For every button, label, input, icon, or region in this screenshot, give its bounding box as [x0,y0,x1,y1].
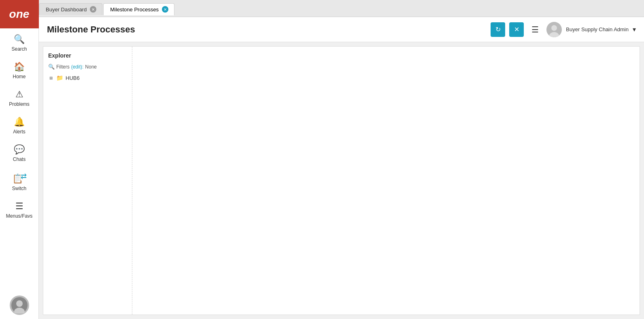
avatar[interactable] [10,295,29,315]
sidebar-nav: 🔍 Search 🏠 Home ⚠ Problems 🔔 Alerts 💬 Ch… [0,28,38,295]
hamburger-menu-button[interactable]: ☰ [528,22,542,37]
close-icon: ✕ [514,26,519,33]
svg-point-1 [16,300,23,307]
folder-icon: 📁 [56,75,63,81]
sidebar-item-switch[interactable]: 📋 ⇄ Switch [0,166,38,195]
header-actions: ↻ ✕ ☰ Buyer Supply Chain Admin ▾ [491,22,636,37]
sidebar-label-alerts: Alerts [13,129,26,135]
sidebar-item-home[interactable]: 🏠 Home [0,56,38,83]
sidebar-label-search: Search [11,46,27,52]
filters-edit-link[interactable]: (edit): [71,64,84,70]
detail-area [132,47,640,315]
content-inner: Explorer 🔍 Filters (edit): None ⊞ 📁 HUB6 [43,46,640,315]
sidebar-label-problems: Problems [9,101,30,107]
sidebar-label-menus: Menus/Favs [6,213,32,219]
svg-point-4 [551,25,557,31]
tree-item-hub6-label: HUB6 [66,75,80,81]
page-title: Milestone Processes [47,24,491,35]
tab-bar: Buyer Dashboard ✕ Milestone Processes ✕ [39,0,644,17]
content-area: Explorer 🔍 Filters (edit): None ⊞ 📁 HUB6 [39,42,644,319]
explorer-tree: ⊞ 📁 HUB6 [43,71,132,84]
explorer-panel: Explorer 🔍 Filters (edit): None ⊞ 📁 HUB6 [43,47,132,315]
hamburger-icon: ☰ [531,25,539,34]
sidebar-label-home: Home [13,74,26,79]
sidebar-bottom [10,295,29,319]
switch-icon-wrap: 📋 ⇄ [12,172,27,184]
app-logo[interactable]: one [0,0,39,28]
tab-buyer-dashboard-close[interactable]: ✕ [90,6,96,13]
filters-label: Filters [56,64,70,70]
refresh-button[interactable]: ↻ [491,22,505,37]
sidebar-item-chats[interactable]: 💬 Chats [0,139,38,166]
refresh-icon: ↻ [495,26,501,33]
search-icon: 🔍 [14,34,25,45]
sidebar: one 🔍 Search 🏠 Home ⚠ Problems 🔔 Alerts … [0,0,39,319]
home-icon: 🏠 [14,62,25,72]
filters-value: None [85,64,97,70]
switch-front-icon: ⇄ [21,172,27,181]
warning-icon: ⚠ [15,89,23,100]
tab-milestone-processes-label: Milestone Processes [110,6,159,13]
explorer-filters: 🔍 Filters (edit): None [43,62,132,71]
page-header: Milestone Processes ↻ ✕ ☰ Buyer Sup [39,17,644,42]
sidebar-item-problems[interactable]: ⚠ Problems [0,83,38,111]
user-area[interactable]: Buyer Supply Chain Admin ▾ [546,22,636,37]
user-name: Buyer Supply Chain Admin [566,26,629,32]
bell-icon: 🔔 [14,117,25,127]
logo-text: one [9,8,30,21]
sidebar-label-chats: Chats [13,156,26,162]
close-view-button[interactable]: ✕ [509,22,524,37]
main-area: Buyer Dashboard ✕ Milestone Processes ✕ … [39,0,644,319]
tab-milestone-processes[interactable]: Milestone Processes ✕ [103,3,174,15]
tree-expand-icon: ⊞ [48,76,54,80]
chat-icon: 💬 [14,144,25,155]
sidebar-item-menus-favs[interactable]: ☰ Menus/Favs [0,195,38,223]
tree-item-hub6[interactable]: ⊞ 📁 HUB6 [48,74,127,82]
menus-icon: ☰ [15,201,23,212]
sidebar-item-alerts[interactable]: 🔔 Alerts [0,111,38,139]
user-chevron-icon: ▾ [633,26,636,33]
tab-milestone-processes-close[interactable]: ✕ [162,6,168,13]
user-avatar [546,22,562,37]
tab-buyer-dashboard[interactable]: Buyer Dashboard ✕ [39,3,102,15]
tab-buyer-dashboard-label: Buyer Dashboard [46,6,87,13]
explorer-title: Explorer [43,51,132,62]
sidebar-label-switch: Switch [12,186,26,191]
filter-icon: 🔍 [48,64,55,70]
sidebar-item-search[interactable]: 🔍 Search [0,28,38,56]
